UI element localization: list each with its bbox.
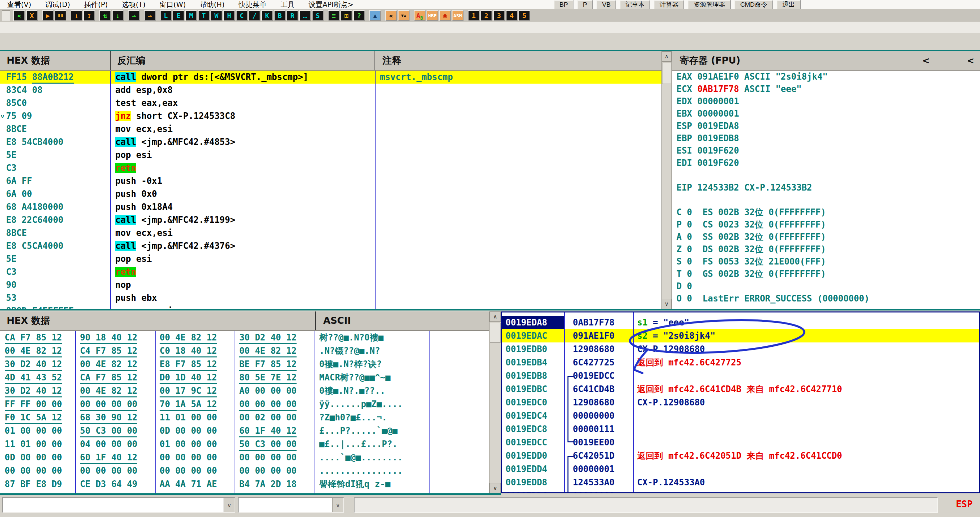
disassembly-panel[interactable]: FF15 88A0B212call dword ptr ds:[<&MSVCRT… (0, 71, 662, 309)
dump-scrollbar[interactable]: ∧ ∨ (489, 312, 501, 493)
menu-item-插件(P)[interactable]: 插件(P) (77, 0, 115, 10)
register-row[interactable]: S 0 FS 0053 32位 21E000(FFF) (672, 256, 980, 268)
disasm-row[interactable]: FF15 88A0B212call dword ptr ds:[<&MSVCRT… (0, 71, 662, 84)
toolbar-button-icon[interactable]: ▶ (42, 10, 54, 21)
register-row[interactable]: EBX 00000001 (672, 108, 980, 120)
quick-button-BP[interactable]: BP (554, 0, 573, 10)
quick-button-CMD命令[interactable]: CMD命令 (734, 0, 773, 10)
register-row[interactable] (672, 194, 980, 206)
hex-dump-panel[interactable]: CA F7 85 1290 18 40 1200 4E 82 1230 D2 4… (0, 331, 489, 493)
toolbar-button-icon[interactable]: R (286, 10, 298, 21)
disasm-row[interactable]: 8B8D F4FEFFFFmov ecx,esi (0, 304, 662, 309)
toolbar-button-icon[interactable]: ≡ (328, 10, 340, 21)
menu-item-快捷菜单[interactable]: 快捷菜单 (232, 0, 274, 10)
disasm-row[interactable]: 90nop (0, 278, 662, 291)
toolbar-button-icon[interactable]: ? (353, 10, 365, 21)
disasm-row[interactable]: C3retn (0, 266, 662, 278)
register-row[interactable]: EAX 091AE1F0 ASCII "2s0i8jk4" (672, 71, 980, 83)
scroll-up-arrow[interactable]: ∧ (490, 312, 501, 322)
toolbar-button-icon[interactable]: ↓ (71, 10, 82, 21)
scroll-down-arrow[interactable]: ∨ (662, 299, 671, 309)
disasm-scrollbar[interactable]: ∧ ∨ (662, 51, 672, 309)
registers-collapse-button[interactable]: < (967, 51, 974, 70)
register-row[interactable]: Z 0 DS 002B 32位 0(FFFFFFFF) (672, 243, 980, 256)
disasm-row[interactable]: 6A 00push 0x0 (0, 188, 662, 200)
toolbar-button-icon[interactable]: E (173, 10, 184, 21)
toolbar-button-icon[interactable]: « (385, 10, 397, 21)
disasm-row[interactable]: E8 22C64000call <jmp.&MFC42.#1199> (0, 213, 662, 226)
quick-button-P[interactable]: P (577, 0, 593, 10)
toolbar-button-icon[interactable]: W (211, 10, 222, 21)
toolbar-button-icon[interactable]: X (26, 10, 38, 21)
dump-row[interactable]: 01 00 00 0050 C3 00 000D 00 00 0060 1F 4… (0, 424, 489, 437)
toolbar-button-icon[interactable]: ↧ (83, 10, 95, 21)
register-row[interactable]: D 0 (672, 280, 980, 293)
register-row[interactable]: T 0 GS 002B 32位 0(FFFFFFFF) (672, 268, 980, 280)
menu-item-选项(T)[interactable]: 选项(T) (115, 0, 152, 10)
register-row[interactable]: C 0 ES 002B 32位 0(FFFFFFFF) (672, 206, 980, 218)
stack-row[interactable]: 0019EDC400000000 (502, 409, 979, 422)
menu-item-工具[interactable]: 工具 (274, 0, 302, 10)
register-row[interactable]: EIP 124533B2 CX-P.124533B2 (672, 181, 980, 194)
quick-button-记事本[interactable]: 记事本 (620, 0, 650, 10)
toolbar-button-icon[interactable]: H (223, 10, 235, 21)
toolbar-button-icon[interactable]: → (128, 10, 140, 21)
toolbar-button-icon[interactable]: ▮▮ (55, 10, 66, 21)
register-row[interactable]: O 0 LastErr ERROR_SUCCESS (00000000) (672, 293, 980, 305)
disasm-row[interactable]: 6A FFpush -0x1 (0, 175, 662, 188)
scroll-thumb[interactable] (662, 63, 671, 84)
dump-row[interactable]: FF FF 00 0000 00 00 0070 1A 5A 1200 00 0… (0, 398, 489, 411)
disasm-row[interactable]: v75 09jnz short CX-P.124533C8 (0, 110, 662, 122)
dump-row[interactable]: 11 01 00 0004 00 00 0001 00 00 0050 C3 0… (0, 437, 489, 451)
disasm-row[interactable]: 8BCEmov ecx,esi (0, 226, 662, 240)
disasm-row[interactable]: E8 54CB4000call <jmp.&MFC42.#4853> (0, 135, 662, 149)
menu-item-窗口(W)[interactable]: 窗口(W) (153, 0, 193, 10)
dump-row[interactable]: 00 00 00 0000 00 00 0000 00 00 0000 00 0… (0, 464, 489, 477)
disasm-row[interactable]: 85C0test eax,eax (0, 97, 662, 110)
dump-row[interactable]: 00 4E 82 12C4 F7 85 12C0 18 40 1200 4E 8… (0, 344, 489, 358)
stack-row[interactable]: 0019EDBC6C41CD4B返回到 mfc42.6C41CD4B 来自 mf… (502, 382, 979, 396)
disasm-row[interactable]: 68 A4180000push 0x18A4 (0, 200, 662, 213)
toolbar-button-icon[interactable]: K (261, 10, 273, 21)
disasm-row[interactable]: 8BCEmov ecx,esi (0, 122, 662, 135)
quick-button-计算器[interactable]: 计算器 (654, 0, 684, 10)
toolbar-button-icon[interactable]: ⇓ (112, 10, 124, 21)
stack-row[interactable]: 0019EDD8124533A0CX-P.124533A0 (502, 476, 979, 489)
dump-row[interactable]: 30 D2 40 1200 4E 82 1200 17 9C 12A0 00 0… (0, 384, 489, 398)
secondary-dropdown[interactable]: ∨ (238, 497, 344, 513)
dump-row[interactable]: 40 45 1C 1270 45 1C 1200 45 1C 1200 45 0… (0, 491, 489, 493)
toolbar-button-icon[interactable]: 3 (493, 10, 505, 21)
registers-collapse-button[interactable]: < (922, 51, 930, 70)
register-row[interactable]: A 0 SS 002B 32位 0(FFFFFFFF) (672, 231, 980, 243)
register-row[interactable]: EDI 0019F620 (672, 157, 980, 169)
register-row[interactable]: ESP 0019EDA8 (672, 120, 980, 132)
menu-item-查看(V)[interactable]: 查看(V) (0, 0, 38, 10)
scroll-thumb[interactable] (490, 323, 501, 343)
toolbar-button-icon[interactable]: « (13, 10, 25, 21)
menu-item-调试(D)[interactable]: 调试(D) (38, 0, 77, 10)
dump-row[interactable]: 30 D2 40 1200 4E 82 12E8 F7 85 12BE F7 8… (0, 358, 489, 371)
toolbar-button-icon[interactable]: ▼▲ (398, 10, 409, 21)
dump-row[interactable]: 0D 00 00 0060 1F 40 1200 00 00 0000 00 0… (0, 451, 489, 464)
register-row[interactable]: EBP 0019EDB8 (672, 132, 980, 145)
stack-panel[interactable]: 0019EDA80AB17F78s1 = "eee"0019EDAC091AE1… (501, 312, 980, 493)
stack-row[interactable]: 0019EDAC091AE1F0s2 = "2s0i8jk4" (502, 329, 979, 342)
stack-row[interactable]: 0019EDB80019EDCC (502, 369, 979, 382)
toolbar-button-icon[interactable]: AB (414, 10, 426, 21)
toolbar-button-icon[interactable]: / (248, 10, 260, 21)
stack-row[interactable]: 0019EDDC00000000 (502, 489, 979, 492)
stack-row[interactable]: 0019EDA80AB17F78s1 = "eee" (502, 316, 979, 329)
menu-item-设置API断点>[interactable]: 设置API断点> (302, 0, 361, 10)
stack-row[interactable]: 0019EDD06C42051D返回到 mfc42.6C42051D 来自 mf… (502, 449, 979, 462)
quick-button-VB[interactable]: VB (597, 0, 616, 10)
toolbar-button-icon[interactable]: M (185, 10, 197, 21)
scroll-up-arrow[interactable]: ∧ (662, 51, 671, 62)
command-input[interactable] (354, 497, 938, 513)
menu-item-帮助(H)[interactable]: 帮助(H) (193, 0, 232, 10)
stack-row[interactable]: 0019EDCC0019EE00 (502, 436, 979, 449)
scroll-down-arrow[interactable]: ∨ (490, 483, 501, 493)
toolbar-button-icon[interactable]: S (312, 10, 323, 21)
toolbar-button-icon[interactable]: ▲ (369, 10, 381, 21)
chevron-down-icon[interactable]: ∨ (224, 498, 235, 512)
command-dropdown[interactable]: ∨ (2, 497, 235, 513)
